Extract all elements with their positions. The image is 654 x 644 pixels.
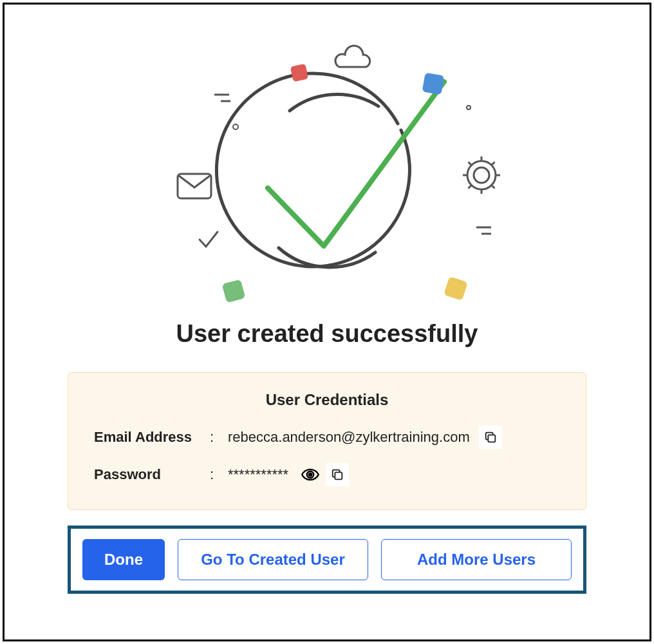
svg-rect-11 [290, 64, 308, 82]
svg-rect-12 [422, 73, 445, 95]
copy-password-button[interactable] [326, 463, 349, 486]
svg-rect-13 [222, 279, 246, 303]
credential-row-password: Password : *********** [94, 463, 560, 486]
password-label: Password [94, 466, 210, 483]
svg-line-8 [469, 162, 472, 166]
credential-row-email: Email Address : rebecca.anderson@zylkert… [94, 426, 560, 449]
toggle-password-visibility-button[interactable] [300, 464, 321, 485]
go-to-created-user-button[interactable]: Go To Created User [178, 539, 368, 580]
svg-point-19 [233, 124, 238, 129]
copy-email-button[interactable] [479, 426, 502, 449]
svg-point-20 [467, 106, 471, 109]
svg-point-1 [474, 167, 489, 183]
success-illustration [147, 37, 507, 307]
svg-line-7 [492, 162, 495, 166]
svg-rect-21 [488, 435, 495, 442]
svg-point-22 [308, 473, 313, 477]
done-button[interactable]: Done [82, 539, 165, 580]
eye-icon [301, 466, 319, 484]
page-title: User created successfully [176, 320, 478, 348]
colon: : [210, 429, 228, 446]
email-value: rebecca.anderson@zylkertraining.com [228, 429, 470, 446]
svg-line-10 [469, 185, 472, 189]
email-label: Email Address [94, 429, 210, 446]
colon: : [210, 466, 228, 483]
password-value: *********** [228, 466, 288, 483]
copy-icon [330, 468, 344, 482]
add-more-users-button[interactable]: Add More Users [381, 539, 572, 580]
credentials-heading: User Credentials [94, 391, 560, 409]
svg-line-9 [492, 185, 495, 189]
dialog-container: User created successfully User Credentia… [3, 3, 651, 641]
credentials-card: User Credentials Email Address : rebecca… [68, 372, 586, 510]
svg-rect-23 [335, 472, 342, 479]
copy-icon [483, 430, 498, 444]
svg-point-2 [467, 161, 496, 189]
svg-rect-14 [444, 276, 468, 301]
action-button-row: Done Go To Created User Add More Users [68, 526, 586, 594]
